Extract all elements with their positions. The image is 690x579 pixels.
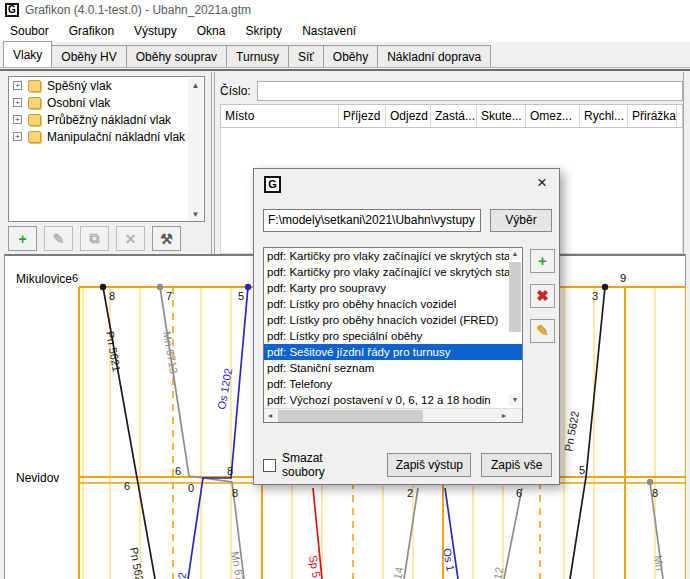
tree-item-label: Osobní vlak [47, 96, 110, 110]
edit-button[interactable]: ✎ [530, 319, 555, 343]
tools-icon: ⚒ [160, 231, 173, 247]
menu-item-výstupy[interactable]: Výstupy [124, 21, 187, 41]
tree-item-label: Spěšný vlak [47, 79, 112, 93]
list-vertical-scrollbar[interactable]: ▲ ▼ [508, 248, 522, 408]
train-number-row: Číslo: [220, 80, 683, 102]
tree-item[interactable]: +Průběžný nákladní vlak [9, 111, 204, 128]
output-path-row: F:\modely\setkani\2021\Ubahn\vystupy Výb… [263, 209, 552, 232]
close-icon[interactable]: × [525, 170, 559, 198]
output-list-item[interactable]: pdf: Kartičky pro vlaky začínající ve sk… [264, 264, 522, 280]
tab-síť[interactable]: Síť [288, 45, 324, 67]
column-header-2[interactable]: Odjezd [386, 105, 431, 127]
tree-item[interactable]: +Manipulační nákladní vlak [9, 128, 204, 145]
column-header-4[interactable]: Skute... [477, 105, 526, 127]
output-list-item[interactable]: pdf: Sešitové jízdní řády pro turnusy [264, 344, 522, 360]
content-separator [0, 69, 690, 71]
column-header-1[interactable]: Příjezd [339, 105, 386, 127]
scrollbar-thumb[interactable] [509, 262, 521, 332]
scroll-up-icon[interactable]: ▲ [188, 78, 203, 93]
scroll-left-icon[interactable]: ◄ [264, 410, 276, 422]
delete-button[interactable]: ✖ [530, 284, 555, 308]
output-list-item[interactable]: pdf: Lístky pro oběhy hnacích vozidel (F… [264, 312, 522, 328]
train-label-sp5: Sp 5 [307, 554, 323, 578]
scroll-down-icon[interactable]: ▼ [188, 207, 203, 222]
output-list-item[interactable]: pdf: Výchozí postavení v 0, 6, 12 a 18 h… [264, 392, 522, 408]
output-list-item[interactable]: pdf: Kartičky pro vlaky začínající ve sk… [264, 248, 522, 264]
tree-scrollbar[interactable]: ▲ ▼ [188, 78, 203, 222]
train-label-mn6713: Mn 6713 [161, 330, 180, 374]
scroll-down-icon[interactable]: ▼ [509, 394, 521, 406]
number-input[interactable] [257, 81, 683, 101]
dialog-title-bar[interactable]: G × [254, 169, 559, 199]
tab-nákladní-doprava[interactable]: Nákladní doprava [377, 45, 491, 67]
menu-item-soubor[interactable]: Soubor [0, 21, 59, 41]
panel-divider[interactable] [211, 72, 215, 254]
write-all-button[interactable]: Zapiš vše [481, 453, 552, 477]
delete-files-checkbox[interactable] [263, 459, 276, 472]
add-icon: + [538, 252, 547, 269]
write-output-button[interactable]: Zapiš výstup [387, 453, 471, 477]
tab-oběhy-hv[interactable]: Oběhy HV [51, 45, 126, 67]
tab-vlaky[interactable]: Vlaky [3, 41, 52, 67]
add-button[interactable]: + [530, 249, 555, 273]
train-label-mn-right: Mn [652, 554, 666, 571]
menu-item-grafikon[interactable]: Grafikon [59, 21, 124, 41]
tree-item[interactable]: +Osobní vlak [9, 94, 204, 111]
minute-label: 8 [227, 465, 233, 477]
tree-item[interactable]: +Spěšný vlak [9, 77, 204, 94]
output-list-item[interactable]: pdf: Telefony [264, 376, 522, 392]
scroll-right-icon[interactable]: ► [498, 410, 510, 422]
expand-plus-icon[interactable]: + [13, 132, 22, 141]
minute-label: 6 [124, 480, 130, 492]
menu-item-skripty[interactable]: Skripty [235, 21, 292, 41]
output-list-item[interactable]: pdf: Staniční seznam [264, 360, 522, 376]
train-line-mn6712[interactable] [504, 488, 522, 579]
delete-files-label: Smazat soubory [282, 451, 360, 479]
menu-bar: SouborGrafikonVýstupyOknaSkriptyNastaven… [0, 20, 690, 42]
list-horizontal-scrollbar[interactable]: ◄ ► [264, 408, 523, 422]
tab-oběhy-souprav[interactable]: Oběhy souprav [126, 45, 227, 67]
menu-item-nastavení[interactable]: Nastavení [292, 21, 366, 41]
output-list-item[interactable]: pdf: Lístky pro speciální oběhy [264, 328, 522, 344]
minute-label: 7 [166, 290, 172, 302]
menu-item-okna[interactable]: Okna [187, 21, 236, 41]
train-endpoint-mn6713 [157, 284, 163, 290]
expand-plus-icon[interactable]: + [13, 98, 22, 107]
train-category-icon [28, 114, 41, 126]
output-list[interactable]: pdf: Kartičky pro vlaky začínající ve sk… [263, 247, 523, 423]
edit-button: ✎ [44, 226, 73, 251]
expand-plus-icon[interactable]: + [13, 81, 22, 90]
output-list-item[interactable]: pdf: Karty pro soupravy [264, 280, 522, 296]
column-header-0[interactable]: Místo [221, 105, 339, 127]
tab-turnusy[interactable]: Turnusy [226, 45, 289, 67]
expand-plus-icon[interactable]: + [13, 115, 22, 124]
minute-label: 5 [579, 464, 585, 476]
hour-label: 6 [72, 272, 78, 284]
station-label-nevidov: Nevidov [16, 471, 59, 485]
train-label-mn6713: Mn 6713 [229, 550, 248, 579]
column-header-7[interactable]: Přirážka [628, 105, 677, 127]
output-list-item[interactable]: pdf: Lístky pro oběhy hnacích vozidel [264, 296, 522, 312]
tab-oběhy[interactable]: Oběhy [323, 45, 378, 67]
column-header-3[interactable]: Zastá... [431, 105, 477, 127]
tools-button[interactable]: ⚒ [152, 226, 181, 251]
train-label-pn5621: Pn 5621 [128, 546, 147, 579]
scrollbar-thumb[interactable] [278, 410, 423, 422]
output-dialog: G × F:\modely\setkani\2021\Ubahn\vystupy… [253, 168, 560, 485]
column-header-5[interactable]: Omez... [526, 105, 580, 127]
minute-label: 8 [652, 487, 658, 499]
delete-button: ✕ [116, 226, 145, 251]
minute-label: 6 [516, 487, 522, 499]
train-label-pn5622: Pn 5622 [562, 410, 581, 452]
add-button[interactable]: + [8, 226, 37, 251]
column-header-6[interactable]: Rychl... [580, 105, 628, 127]
add-icon: + [18, 231, 26, 247]
scroll-up-icon[interactable]: ▲ [509, 248, 521, 260]
train-line-mn6714[interactable] [404, 488, 418, 579]
output-path-input[interactable]: F:\modely\setkani\2021\Ubahn\vystupy [263, 209, 481, 232]
tree-item-label: Průběžný nákladní vlak [47, 113, 171, 127]
train-label-pn5621: Pn 5621 [104, 330, 123, 372]
train-type-tree: ▲ ▼ +Spěšný vlak+Osobní vlak+Průběžný ná… [8, 76, 205, 222]
delete-icon: ✕ [125, 231, 137, 247]
select-folder-button[interactable]: Výběr [490, 209, 552, 232]
